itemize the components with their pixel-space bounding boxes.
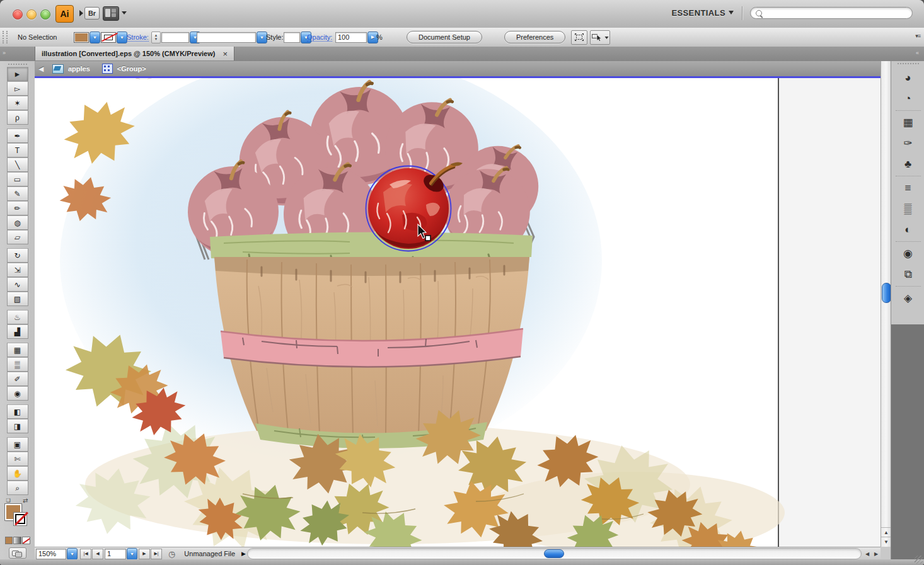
panel-color[interactable]: ◕ — [896, 67, 921, 88]
status-flyout-icon[interactable]: ▶ — [241, 551, 246, 557]
tool-live-paint-selection[interactable]: ◨ — [7, 419, 28, 433]
stroke-link[interactable]: Stroke: — [127, 28, 149, 47]
tool-gradient[interactable]: ▒ — [7, 357, 28, 372]
tool-column-graph[interactable]: ▟ — [7, 324, 28, 339]
opacity-link[interactable]: Opacity: — [307, 28, 332, 47]
document-tab[interactable]: illustration [Converted].eps @ 150% (CMY… — [35, 47, 234, 60]
tool-pen[interactable]: ✒ — [7, 128, 28, 143]
scroll-left-button[interactable]: ◀ — [863, 549, 872, 559]
stroke-weight-field[interactable] — [161, 32, 189, 43]
tool-rotate[interactable]: ↻ — [7, 248, 28, 263]
fill-dropdown-button[interactable]: ▼ — [90, 31, 100, 43]
horizontal-scrollbar[interactable] — [247, 548, 862, 559]
stroke-swatch[interactable] — [13, 512, 27, 526]
tool-symbol-sprayer[interactable]: ♨ — [7, 310, 28, 324]
scroll-down-button[interactable]: ▼ — [881, 537, 891, 547]
tool-eraser[interactable]: ▱ — [7, 230, 28, 244]
tool-mesh[interactable]: ▦ — [7, 343, 28, 357]
tool-eyedropper[interactable]: ✐ — [7, 372, 28, 386]
tool-zoom[interactable]: ⌕ — [7, 481, 28, 495]
minimize-window-button[interactable] — [26, 9, 37, 20]
workspace-switcher[interactable]: ESSENTIALS — [671, 8, 734, 18]
panel-swatches[interactable]: ▦ — [896, 112, 921, 133]
default-fill-stroke-icon[interactable]: ❏ — [6, 498, 11, 503]
tool-lasso[interactable]: ρ — [7, 110, 28, 125]
fit-artboard-button[interactable] — [571, 28, 587, 47]
file-status[interactable]: Unmanaged File — [184, 550, 235, 557]
horizontal-scrollbar-thumb[interactable] — [544, 549, 564, 558]
arrange-documents-caret-icon[interactable] — [122, 11, 127, 14]
arrange-documents-icon[interactable] — [103, 6, 119, 21]
artboard-number-field[interactable]: 1 — [105, 549, 126, 559]
tool-hand[interactable]: ✋ — [7, 466, 28, 481]
tool-paintbrush[interactable]: ✎ — [7, 186, 28, 201]
dock-handle[interactable] — [898, 63, 919, 64]
close-window-button[interactable] — [13, 9, 23, 20]
group-thumbnail-icon[interactable] — [102, 64, 113, 74]
control-bar-grip[interactable] — [3, 31, 8, 43]
next-artboard-button[interactable]: ▶ — [139, 549, 150, 559]
tool-pencil[interactable]: ✏ — [7, 201, 28, 215]
preferences-button[interactable]: Preferences — [504, 28, 565, 47]
stroke-weight-stepper[interactable]: ▲▼ — [151, 31, 161, 43]
tool-line-segment[interactable]: ╲ — [7, 157, 28, 172]
panel-stroke[interactable]: ≡ — [896, 178, 921, 198]
tool-free-transform[interactable]: ▧ — [7, 292, 28, 306]
panel-gradient[interactable]: ▒ — [896, 198, 921, 219]
width-profile-field[interactable] — [197, 32, 256, 43]
search-input[interactable] — [750, 7, 913, 19]
prev-artboard-button[interactable]: ◀ — [92, 549, 103, 559]
color-mode-button[interactable] — [5, 537, 13, 544]
drawing-mode-button[interactable] — [9, 547, 26, 559]
tool-direct-selection[interactable]: ▻ — [7, 81, 28, 96]
tool-rectangle[interactable]: ▭ — [7, 172, 28, 186]
vertical-scrollbar-thumb[interactable] — [882, 283, 891, 303]
close-tab-icon[interactable]: × — [222, 49, 228, 59]
tool-artboard[interactable]: ▣ — [7, 437, 28, 452]
zoom-window-button[interactable] — [40, 9, 50, 20]
tool-magic-wand[interactable]: ✶ — [7, 96, 28, 110]
zoom-level-dropdown-button[interactable]: ▼ — [67, 548, 78, 560]
graphic-style-field[interactable] — [284, 32, 300, 43]
canvas[interactable] — [35, 76, 881, 547]
tool-blob-brush[interactable]: ◍ — [7, 215, 28, 230]
stroke-weight-control[interactable]: ▲▼▼ — [151, 28, 200, 47]
panel-color-guide[interactable]: ◔ — [896, 88, 921, 109]
basket-body[interactable] — [214, 257, 529, 448]
breadcrumb-group-label[interactable]: <Group> — [117, 65, 146, 72]
tool-slice[interactable]: ✄ — [7, 452, 28, 466]
vertical-scrollbar[interactable]: ▲ ▼ — [881, 61, 891, 547]
panel-transparency[interactable]: ◐ — [896, 219, 921, 240]
panel-appearance[interactable]: ◉ — [896, 243, 921, 264]
variable-width-profile-control[interactable]: ▼ — [197, 28, 267, 47]
tool-width[interactable]: ∿ — [7, 277, 28, 292]
tool-blend[interactable]: ◉ — [7, 386, 28, 401]
swap-fill-stroke-icon[interactable]: ⇄ — [23, 497, 28, 504]
artboard-dropdown-button[interactable]: ▼ — [127, 548, 137, 560]
zoom-level-field[interactable]: 150% — [36, 549, 66, 559]
isolate-selected-object-button[interactable] — [590, 28, 610, 47]
fill-color-control[interactable]: ▼ — [74, 28, 100, 47]
tool-live-paint-bucket[interactable]: ◧ — [7, 404, 28, 419]
layer-thumbnail-icon[interactable] — [52, 64, 64, 74]
artwork-canvas[interactable] — [35, 78, 881, 547]
gradient-mode-button[interactable] — [13, 537, 21, 544]
dock-collapse-icon[interactable]: « — [916, 50, 919, 56]
panel-graphic-styles[interactable]: ⧉ — [896, 264, 921, 285]
go-to-bridge-button[interactable]: Br — [79, 7, 100, 20]
stroke-color-control[interactable]: ▼ — [101, 28, 127, 47]
opacity-control[interactable]: 100▶ — [335, 28, 378, 47]
panel-expand-icon[interactable]: » — [3, 50, 6, 56]
first-artboard-button[interactable]: |◀ — [80, 549, 91, 559]
last-artboard-button[interactable]: ▶| — [151, 549, 162, 559]
none-mode-button[interactable] — [22, 537, 30, 544]
resize-grip[interactable] — [915, 556, 923, 564]
control-panel-menu-icon[interactable]: ▾≡ — [915, 33, 920, 39]
tool-type[interactable]: T — [7, 143, 28, 157]
scroll-right-button[interactable]: ▶ — [872, 549, 881, 559]
document-setup-button[interactable]: Document Setup — [407, 28, 482, 47]
panel-brushes[interactable]: ✑ — [896, 133, 921, 154]
panel-layers[interactable]: ◈ — [896, 288, 921, 309]
panel-symbols[interactable]: ♣ — [896, 154, 921, 174]
exit-isolation-back-icon[interactable]: ◀ — [38, 65, 48, 73]
